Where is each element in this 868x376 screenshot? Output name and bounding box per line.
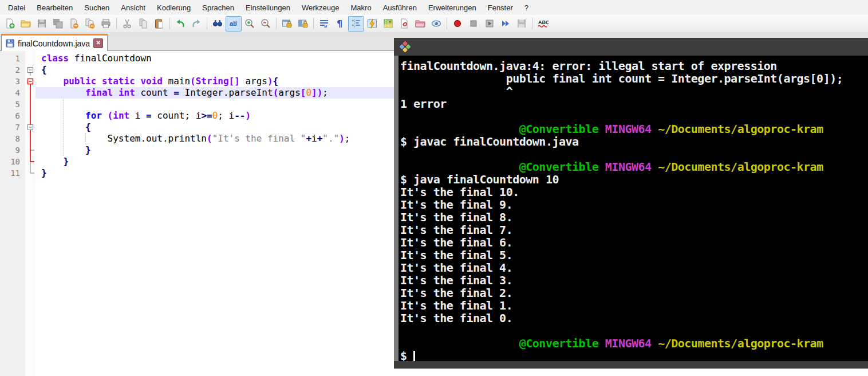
paste-icon — [153, 18, 165, 29]
terminal-row: It's the final 0. — [400, 312, 868, 324]
document-monitor-button[interactable] — [428, 16, 444, 32]
fold-guide — [25, 87, 35, 99]
terminal-row: It's the final 4. — [400, 261, 868, 274]
terminal-row — [400, 148, 868, 160]
mintty-app-icon — [399, 41, 411, 53]
toolbar-separator — [169, 18, 170, 29]
toolbar-separator — [313, 18, 314, 29]
toolbar-separator — [207, 18, 207, 29]
menu-item-makro[interactable]: Makro — [345, 1, 377, 14]
copy-icon — [137, 18, 149, 29]
terminal-row: It's the final 7. — [400, 224, 868, 236]
show-indent-guide-button[interactable] — [348, 16, 364, 32]
fold-collapse-icon[interactable] — [25, 64, 35, 76]
terminal-cursor — [413, 351, 415, 361]
line-number: 7 — [0, 122, 25, 133]
line-number: 3 — [0, 76, 25, 87]
fold-collapse-icon[interactable] — [25, 122, 35, 133]
zoom-in-icon — [244, 18, 255, 29]
show-all-characters-icon: ¶ — [334, 18, 346, 29]
word-wrap-button[interactable] — [316, 16, 332, 32]
function-completion-button[interactable] — [364, 16, 380, 32]
macro-record-button[interactable] — [449, 16, 465, 32]
line-number-gutter: 1234567891011 — [0, 50, 25, 376]
replace-icon: aba — [228, 18, 239, 29]
document-map-button[interactable] — [380, 16, 396, 32]
menu-item-ausfhren[interactable]: Ausführen — [377, 1, 423, 14]
undo-button[interactable] — [172, 16, 188, 32]
zoom-out-button[interactable] — [258, 16, 274, 32]
toolbar-separator — [532, 18, 532, 29]
menu-item-werkzeuge[interactable]: Werkzeuge — [296, 1, 345, 14]
print-button[interactable] — [98, 16, 114, 32]
toolbar-separator — [447, 18, 447, 29]
paste-button[interactable] — [151, 16, 167, 32]
line-number: 1 — [0, 53, 25, 64]
new-file-button[interactable] — [2, 16, 18, 32]
terminal-scrollbar[interactable] — [394, 56, 399, 361]
menu-item-bearbeiten[interactable]: Bearbeiten — [31, 1, 78, 14]
spell-check-icon: ABC — [537, 18, 549, 29]
function-list-button[interactable] — [396, 16, 412, 32]
menu-item-datei[interactable]: Datei — [2, 1, 31, 14]
macro-save-button[interactable] — [514, 16, 530, 32]
sync-horizontal-button[interactable] — [295, 16, 311, 32]
find-icon — [212, 18, 223, 29]
svg-text:¶: ¶ — [337, 18, 342, 29]
tab-close-icon[interactable]: ✕ — [93, 38, 103, 48]
toolbar-separator — [276, 18, 277, 29]
terminal-row: @Convertible MINGW64 ~/Documents/algopro… — [400, 337, 868, 350]
document-monitor-icon — [431, 18, 442, 29]
terminal-row: It's the final 9. — [400, 198, 868, 211]
menu-item-suchen[interactable]: Suchen — [78, 1, 115, 14]
spell-check-button[interactable]: ABC — [535, 16, 551, 32]
show-all-characters-button[interactable]: ¶ — [332, 16, 348, 32]
macro-play-button[interactable] — [482, 16, 498, 32]
close-file-icon — [68, 18, 80, 29]
line-number: 5 — [0, 99, 25, 110]
fold-guide — [25, 167, 35, 179]
terminal-row: It's the final 3. — [400, 274, 868, 287]
fold-collapse-icon[interactable] — [25, 76, 35, 87]
fold-margin[interactable] — [25, 50, 35, 376]
menu-item-kodierung[interactable]: Kodierung — [151, 1, 196, 14]
menu-item-sprachen[interactable]: Sprachen — [196, 1, 240, 14]
folder-as-workspace-button[interactable] — [412, 16, 428, 32]
save-button[interactable] — [34, 16, 50, 32]
svg-text:a: a — [235, 19, 238, 24]
menu-item-ansicht[interactable]: Ansicht — [115, 1, 151, 14]
replace-button[interactable]: aba — [226, 16, 242, 32]
menu-item-einstellungen[interactable]: Einstellungen — [240, 1, 296, 14]
terminal-output[interactable]: finalCountdown.java:4: error: illegal st… — [399, 56, 868, 361]
menu-item-fenster[interactable]: Fenster — [482, 1, 519, 14]
macro-stop-button[interactable] — [465, 16, 482, 32]
zoom-in-button[interactable] — [242, 16, 258, 32]
sync-vertical-button[interactable] — [279, 16, 295, 32]
new-file-icon — [4, 18, 15, 29]
copy-button[interactable] — [135, 16, 151, 32]
macro-run-multiple-button[interactable] — [498, 16, 514, 32]
fold-guide — [25, 110, 35, 122]
cut-button[interactable] — [119, 16, 135, 32]
find-button[interactable] — [210, 16, 226, 32]
close-all-button[interactable] — [82, 16, 98, 32]
redo-button[interactable] — [188, 16, 204, 32]
function-list-icon — [399, 18, 410, 29]
save-all-button[interactable] — [50, 16, 66, 32]
show-indent-guide-icon — [350, 18, 362, 29]
terminal-row: It's the final 1. — [400, 299, 868, 312]
terminal-row: It's the final 8. — [400, 211, 868, 224]
tab-finalcountdown[interactable]: finalCountdown.java ✕ — [1, 34, 108, 51]
macro-stop-icon — [468, 18, 479, 29]
open-file-button[interactable] — [18, 16, 34, 32]
redo-icon — [191, 18, 202, 29]
zoom-out-icon — [260, 18, 271, 29]
terminal-title-bar[interactable] — [394, 38, 868, 56]
terminal-window[interactable]: finalCountdown.java:4: error: illegal st… — [394, 38, 868, 369]
menu-item-?[interactable]: ? — [519, 1, 534, 14]
close-file-button[interactable] — [66, 16, 82, 32]
menu-item-erweiterungen[interactable]: Erweiterungen — [423, 1, 482, 14]
open-file-icon — [20, 18, 31, 29]
toolbar: aba¶ABC — [0, 15, 868, 33]
terminal-row: It's the final 5. — [400, 249, 868, 261]
